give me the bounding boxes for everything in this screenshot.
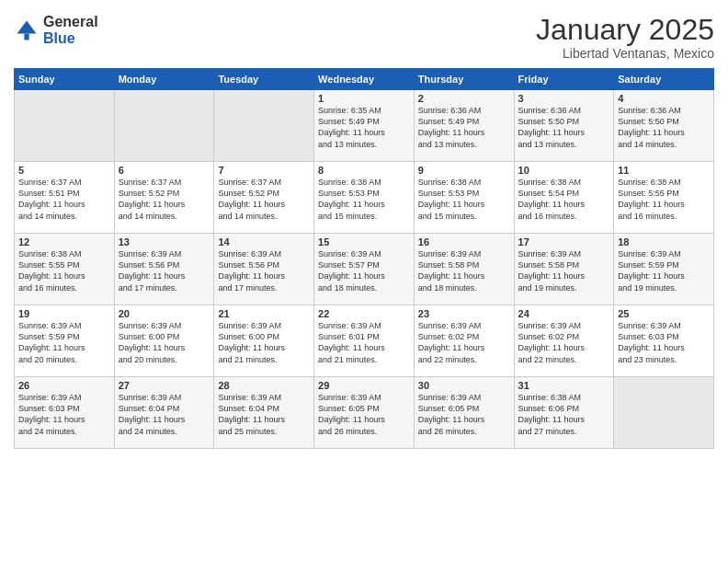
calendar-cell (114, 90, 214, 162)
calendar-cell: 4Sunrise: 6:36 AM Sunset: 5:50 PM Daylig… (614, 90, 714, 162)
title-section: January 2025 Libertad Ventanas, Mexico (536, 14, 714, 61)
calendar-cell: 16Sunrise: 6:39 AM Sunset: 5:58 PM Dayli… (414, 234, 514, 305)
day-info: Sunrise: 6:39 AM Sunset: 6:00 PM Dayligh… (119, 320, 210, 365)
col-monday: Monday (114, 69, 214, 90)
day-info: Sunrise: 6:39 AM Sunset: 5:56 PM Dayligh… (119, 248, 210, 293)
col-sunday: Sunday (15, 69, 115, 90)
day-info: Sunrise: 6:37 AM Sunset: 5:52 PM Dayligh… (218, 177, 310, 222)
calendar-cell: 5Sunrise: 6:37 AM Sunset: 5:51 PM Daylig… (15, 162, 115, 234)
day-info: Sunrise: 6:38 AM Sunset: 6:06 PM Dayligh… (518, 392, 610, 437)
col-thursday: Thursday (414, 69, 514, 90)
day-number: 12 (18, 236, 110, 247)
calendar-cell: 11Sunrise: 6:38 AM Sunset: 5:55 PM Dayli… (614, 162, 714, 234)
logo-blue: Blue (43, 30, 98, 47)
logo: General Blue (14, 14, 98, 46)
day-info: Sunrise: 6:38 AM Sunset: 5:53 PM Dayligh… (318, 177, 410, 222)
day-info: Sunrise: 6:38 AM Sunset: 5:55 PM Dayligh… (18, 248, 110, 293)
calendar-cell: 24Sunrise: 6:39 AM Sunset: 6:02 PM Dayli… (514, 305, 614, 377)
calendar-cell: 29Sunrise: 6:39 AM Sunset: 6:05 PM Dayli… (314, 377, 415, 449)
day-info: Sunrise: 6:36 AM Sunset: 5:49 PM Dayligh… (418, 105, 510, 150)
calendar-row-1: 5Sunrise: 6:37 AM Sunset: 5:51 PM Daylig… (15, 162, 714, 234)
day-number: 10 (518, 165, 610, 176)
col-friday: Friday (514, 69, 614, 90)
day-info: Sunrise: 6:38 AM Sunset: 5:53 PM Dayligh… (418, 177, 510, 222)
page: General Blue January 2025 Libertad Venta… (0, 0, 728, 563)
day-info: Sunrise: 6:39 AM Sunset: 5:57 PM Dayligh… (318, 248, 410, 293)
col-wednesday: Wednesday (314, 69, 415, 90)
day-number: 27 (119, 380, 210, 391)
subtitle: Libertad Ventanas, Mexico (536, 46, 714, 61)
calendar-cell: 10Sunrise: 6:38 AM Sunset: 5:54 PM Dayli… (514, 162, 614, 234)
day-number: 3 (518, 93, 610, 104)
calendar-cell: 9Sunrise: 6:38 AM Sunset: 5:53 PM Daylig… (414, 162, 514, 234)
day-info: Sunrise: 6:37 AM Sunset: 5:51 PM Dayligh… (18, 177, 110, 222)
calendar-cell: 13Sunrise: 6:39 AM Sunset: 5:56 PM Dayli… (114, 234, 214, 305)
calendar-cell: 14Sunrise: 6:39 AM Sunset: 5:56 PM Dayli… (214, 234, 314, 305)
day-info: Sunrise: 6:36 AM Sunset: 5:50 PM Dayligh… (518, 105, 610, 150)
day-number: 17 (518, 236, 610, 247)
col-saturday: Saturday (614, 69, 714, 90)
calendar-cell: 17Sunrise: 6:39 AM Sunset: 5:58 PM Dayli… (514, 234, 614, 305)
day-info: Sunrise: 6:35 AM Sunset: 5:49 PM Dayligh… (318, 105, 410, 150)
day-number: 1 (318, 93, 410, 104)
svg-marker-0 (17, 20, 37, 33)
day-info: Sunrise: 6:39 AM Sunset: 5:59 PM Dayligh… (618, 248, 710, 293)
logo-icon (14, 17, 40, 43)
calendar-row-3: 19Sunrise: 6:39 AM Sunset: 5:59 PM Dayli… (15, 305, 714, 377)
calendar-cell: 3Sunrise: 6:36 AM Sunset: 5:50 PM Daylig… (514, 90, 614, 162)
day-info: Sunrise: 6:39 AM Sunset: 6:02 PM Dayligh… (518, 320, 610, 365)
logo-general: General (43, 14, 98, 30)
day-number: 25 (618, 308, 710, 319)
calendar-cell: 27Sunrise: 6:39 AM Sunset: 6:04 PM Dayli… (114, 377, 214, 449)
day-info: Sunrise: 6:39 AM Sunset: 6:03 PM Dayligh… (18, 392, 110, 437)
calendar-cell: 22Sunrise: 6:39 AM Sunset: 6:01 PM Dayli… (314, 305, 415, 377)
day-info: Sunrise: 6:37 AM Sunset: 5:52 PM Dayligh… (119, 177, 210, 222)
day-info: Sunrise: 6:36 AM Sunset: 5:50 PM Dayligh… (618, 105, 710, 150)
calendar-cell: 19Sunrise: 6:39 AM Sunset: 5:59 PM Dayli… (15, 305, 115, 377)
calendar-cell: 2Sunrise: 6:36 AM Sunset: 5:49 PM Daylig… (414, 90, 514, 162)
day-info: Sunrise: 6:39 AM Sunset: 5:56 PM Dayligh… (218, 248, 310, 293)
day-info: Sunrise: 6:39 AM Sunset: 5:58 PM Dayligh… (518, 248, 610, 293)
calendar-cell: 20Sunrise: 6:39 AM Sunset: 6:00 PM Dayli… (114, 305, 214, 377)
day-number: 15 (318, 236, 410, 247)
day-number: 31 (518, 380, 610, 391)
day-number: 28 (218, 380, 310, 391)
calendar-cell: 12Sunrise: 6:38 AM Sunset: 5:55 PM Dayli… (15, 234, 115, 305)
day-info: Sunrise: 6:39 AM Sunset: 6:05 PM Dayligh… (418, 392, 510, 437)
day-info: Sunrise: 6:39 AM Sunset: 6:01 PM Dayligh… (318, 320, 410, 365)
day-number: 18 (618, 236, 710, 247)
day-number: 9 (418, 165, 510, 176)
calendar-cell: 26Sunrise: 6:39 AM Sunset: 6:03 PM Dayli… (15, 377, 115, 449)
day-info: Sunrise: 6:39 AM Sunset: 6:04 PM Dayligh… (218, 392, 310, 437)
calendar-cell: 23Sunrise: 6:39 AM Sunset: 6:02 PM Dayli… (414, 305, 514, 377)
calendar-table: Sunday Monday Tuesday Wednesday Thursday… (14, 68, 714, 449)
calendar-cell (614, 377, 714, 449)
month-title: January 2025 (536, 14, 714, 46)
day-number: 4 (618, 93, 710, 104)
calendar-row-0: 1Sunrise: 6:35 AM Sunset: 5:49 PM Daylig… (15, 90, 714, 162)
calendar-cell: 31Sunrise: 6:38 AM Sunset: 6:06 PM Dayli… (514, 377, 614, 449)
col-tuesday: Tuesday (214, 69, 314, 90)
calendar-cell: 25Sunrise: 6:39 AM Sunset: 6:03 PM Dayli… (614, 305, 714, 377)
calendar-cell: 7Sunrise: 6:37 AM Sunset: 5:52 PM Daylig… (214, 162, 314, 234)
day-info: Sunrise: 6:38 AM Sunset: 5:55 PM Dayligh… (618, 177, 710, 222)
calendar-cell: 15Sunrise: 6:39 AM Sunset: 5:57 PM Dayli… (314, 234, 415, 305)
calendar-cell: 6Sunrise: 6:37 AM Sunset: 5:52 PM Daylig… (114, 162, 214, 234)
day-number: 19 (18, 308, 110, 319)
day-info: Sunrise: 6:39 AM Sunset: 6:03 PM Dayligh… (618, 320, 710, 365)
calendar-cell: 1Sunrise: 6:35 AM Sunset: 5:49 PM Daylig… (314, 90, 415, 162)
calendar-cell: 30Sunrise: 6:39 AM Sunset: 6:05 PM Dayli… (414, 377, 514, 449)
calendar-cell: 21Sunrise: 6:39 AM Sunset: 6:00 PM Dayli… (214, 305, 314, 377)
calendar-cell: 18Sunrise: 6:39 AM Sunset: 5:59 PM Dayli… (614, 234, 714, 305)
calendar-row-4: 26Sunrise: 6:39 AM Sunset: 6:03 PM Dayli… (15, 377, 714, 449)
day-number: 26 (18, 380, 110, 391)
calendar-cell: 8Sunrise: 6:38 AM Sunset: 5:53 PM Daylig… (314, 162, 415, 234)
day-number: 16 (418, 236, 510, 247)
day-number: 22 (318, 308, 410, 319)
day-number: 30 (418, 380, 510, 391)
calendar-cell (15, 90, 115, 162)
day-info: Sunrise: 6:39 AM Sunset: 5:59 PM Dayligh… (18, 320, 110, 365)
day-info: Sunrise: 6:38 AM Sunset: 5:54 PM Dayligh… (518, 177, 610, 222)
day-number: 20 (119, 308, 210, 319)
header-row: Sunday Monday Tuesday Wednesday Thursday… (15, 69, 714, 90)
